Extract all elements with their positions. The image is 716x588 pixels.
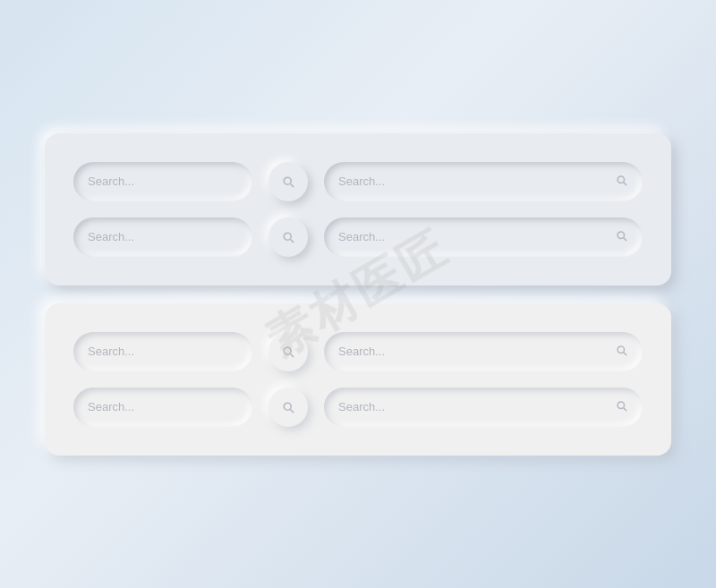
search-icon-bottom-mid-2 [281, 400, 295, 414]
search-bar-top-left-1[interactable] [73, 162, 252, 201]
svg-point-6 [618, 232, 625, 239]
card-bottom-row-2 [73, 388, 643, 427]
svg-point-14 [618, 402, 625, 409]
svg-line-13 [291, 409, 294, 412]
search-icon-inline-bottom-right-1 [615, 344, 628, 360]
card-top [45, 133, 671, 285]
search-bar-bottom-left-1[interactable] [73, 332, 252, 371]
search-icon-inline-top-right-1 [615, 174, 628, 190]
search-button-top-mid-1[interactable] [268, 162, 308, 201]
search-input-bottom-left-2[interactable] [88, 400, 238, 413]
svg-line-9 [291, 354, 294, 356]
svg-line-1 [291, 183, 294, 186]
svg-line-3 [624, 183, 626, 185]
search-bar-top-right-1[interactable] [324, 162, 643, 201]
search-button-top-mid-2[interactable] [268, 217, 308, 257]
card-bottom [45, 303, 671, 456]
search-input-top-left-2[interactable] [88, 230, 238, 243]
svg-point-4 [284, 233, 291, 240]
svg-point-0 [284, 177, 291, 184]
search-bar-bottom-right-1[interactable] [324, 332, 643, 371]
svg-point-8 [284, 347, 291, 354]
search-input-top-right-2[interactable] [338, 230, 608, 243]
svg-point-10 [618, 346, 625, 354]
search-bar-top-right-2[interactable] [324, 217, 643, 257]
search-input-top-left-1[interactable] [88, 175, 238, 188]
search-icon-top-mid-1 [281, 175, 295, 189]
search-input-bottom-left-1[interactable] [88, 345, 238, 358]
card-top-row-1 [73, 162, 643, 201]
svg-line-7 [624, 238, 626, 241]
search-icon-inline-bottom-right-2 [615, 399, 628, 415]
search-icon-inline-top-right-2 [615, 229, 628, 245]
search-button-bottom-mid-2[interactable] [268, 388, 308, 427]
card-top-row-2 [73, 217, 643, 257]
search-icon-bottom-mid-1 [281, 345, 295, 359]
svg-line-5 [291, 239, 294, 242]
search-input-bottom-right-1[interactable] [338, 345, 608, 358]
search-bar-bottom-right-2[interactable] [324, 388, 643, 427]
search-input-bottom-right-2[interactable] [338, 400, 608, 413]
svg-line-15 [624, 408, 626, 411]
search-icon-top-mid-2 [281, 230, 295, 244]
svg-point-12 [284, 403, 291, 410]
svg-point-2 [618, 176, 625, 183]
svg-line-11 [624, 353, 626, 355]
search-bar-bottom-left-2[interactable] [73, 388, 252, 427]
search-button-bottom-mid-1[interactable] [268, 332, 308, 371]
search-bar-top-left-2[interactable] [73, 217, 252, 257]
search-input-top-right-1[interactable] [338, 175, 608, 188]
card-bottom-row-1 [73, 332, 643, 371]
